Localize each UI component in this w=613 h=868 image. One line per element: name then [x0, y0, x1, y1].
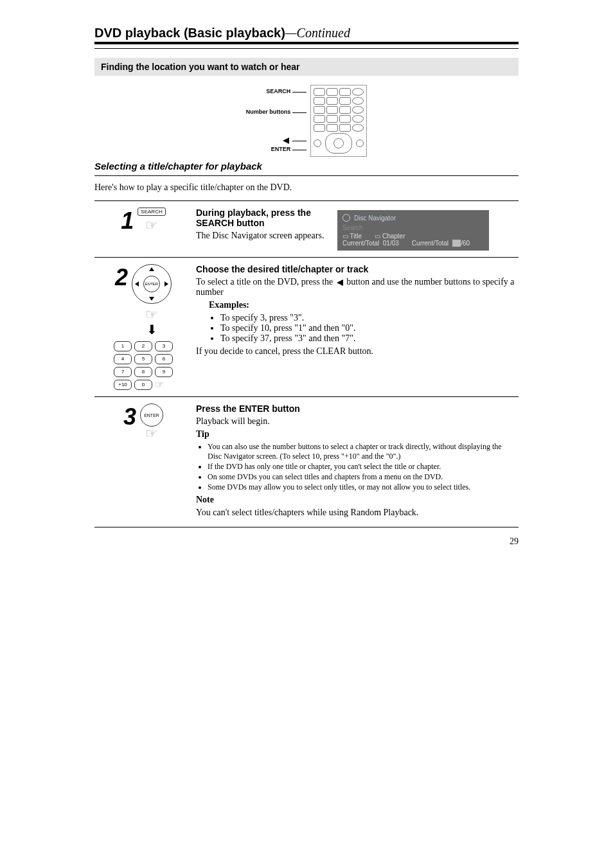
heading-rule-thick	[94, 42, 519, 44]
screen-search-label: Search	[342, 224, 484, 231]
leader-line	[292, 112, 306, 113]
numpad-icon: 1 2 3 4 5 6 7 8 9 +10 0 ☞	[114, 341, 173, 390]
remote-button-grid	[314, 88, 364, 132]
remote-nav-row	[314, 133, 364, 154]
tip-list: You can also use the number buttons to s…	[196, 442, 515, 492]
leader-line	[292, 150, 306, 150]
tip-item: On some DVDs you can select titles and c…	[208, 472, 515, 482]
step-2-heading: Choose the desired title/chapter or trac…	[196, 264, 515, 274]
example-item: To specify 37, press "3" and then "7".	[220, 333, 515, 344]
step-1-icon-col: 1 SEARCH ☞	[94, 201, 192, 257]
hand-icon: ☞	[145, 427, 158, 441]
numpad-key: 6	[155, 354, 173, 364]
remote-diagram-labels: SEARCH Number buttons ENTER	[246, 87, 307, 154]
screen-chapter-label: Chapter	[382, 233, 405, 240]
step-3-body: Press the ENTER button Playback will beg…	[192, 397, 519, 527]
examples-heading: Examples:	[209, 300, 515, 310]
step-1-heading: During playback, press the SEARCH button	[196, 208, 324, 228]
step-number: 1	[121, 208, 134, 235]
numpad-key: 2	[134, 341, 152, 351]
step-2: 2 ENTER ☞ ⬇ 1 2 3 4 5 6 7 8 9	[94, 258, 519, 397]
enter-core-icon: ENTER	[143, 276, 160, 292]
step-3-heading: Press the ENTER button	[196, 403, 515, 414]
leader-line	[292, 92, 306, 93]
section-subhead: Finding the location you want to watch o…	[94, 58, 519, 76]
numpad-key: 5	[134, 354, 152, 364]
disc-navigator-screen: Disc Navigator Search ▭ Title ▭ Chapter …	[337, 210, 489, 251]
numpad-key: 9	[155, 367, 173, 377]
step-2-cancel-text: If you decide to cancel, press the CLEAR…	[196, 346, 515, 357]
page-number: 29	[94, 536, 519, 547]
numpad-key: 8	[134, 367, 152, 377]
step-1-text: The Disc Navigator screen appears.	[196, 231, 324, 241]
remote-diagram: SEARCH Number buttons ENTER	[94, 85, 519, 157]
step-2-text: To select a title on the DVD, press the …	[196, 277, 515, 297]
diagram-label-number-buttons: Number buttons	[246, 109, 291, 116]
subsection-title: Selecting a title/chapter for playback	[94, 161, 519, 172]
note-heading: Note	[196, 495, 515, 505]
hand-icon: ☞	[145, 308, 158, 322]
numpad-key: 4	[114, 354, 132, 364]
left-arrow-icon	[337, 279, 343, 286]
dpad-icon: ENTER	[132, 264, 172, 304]
heading-rule-thin	[94, 48, 519, 49]
leader-line	[292, 141, 306, 141]
tip-item: You can also use the number buttons to s…	[208, 442, 515, 461]
page-title-main: DVD playback (Basic playback)	[94, 26, 285, 40]
left-arrow-icon	[283, 137, 289, 144]
numpad-key: 0	[134, 380, 152, 390]
screen-ct-a: Current/Total	[342, 240, 379, 247]
numpad-key: 1	[114, 341, 132, 351]
step-3: 3 ENTER ☞ Press the ENTER button Playbac…	[94, 397, 519, 527]
step-3-icon-col: 3 ENTER ☞	[94, 397, 192, 527]
screen-title-label: Title	[350, 233, 362, 240]
hand-icon: ☞	[145, 218, 158, 233]
example-item: To specify 3, press "3".	[220, 313, 515, 323]
page-title-continued: —Continued	[285, 26, 350, 40]
down-arrow-icon: ⬇	[147, 322, 157, 337]
step-2-body: Choose the desired title/chapter or trac…	[192, 258, 519, 396]
numpad-key: +10	[114, 380, 132, 390]
step-1: 1 SEARCH ☞ During playback, press the SE…	[94, 201, 519, 258]
numpad-key: 3	[155, 341, 173, 351]
screen-title-value: 01/03	[383, 240, 399, 247]
step-number: 3	[123, 403, 136, 430]
tip-item: If the DVD has only one title or chapter…	[208, 462, 515, 472]
page-title: DVD playback (Basic playback)—Continued	[94, 26, 519, 40]
enter-button-icon: ENTER	[140, 403, 163, 427]
search-button-icon: SEARCH	[138, 208, 165, 216]
screen-chapter-value-suffix: /60	[461, 240, 470, 247]
tip-item: Some DVDs may allow you to select only t…	[208, 483, 515, 492]
step-1-body: During playback, press the SEARCH button…	[192, 201, 519, 257]
step-number: 2	[115, 264, 128, 291]
diagram-label-enter: ENTER	[271, 146, 291, 153]
subsection-rule	[94, 175, 519, 176]
example-item: To specify 10, press "1" and then "0".	[220, 323, 515, 333]
hand-icon: ☞	[155, 380, 173, 390]
examples-list: To specify 3, press "3". To specify 10, …	[209, 313, 515, 344]
step-3-text: Playback will begin.	[196, 416, 515, 427]
numpad-key: 7	[114, 367, 132, 377]
screen-title: Disc Navigator	[354, 215, 396, 222]
remote-illustration	[310, 85, 367, 157]
step-list: 1 SEARCH ☞ During playback, press the SE…	[94, 200, 519, 527]
step-2-icon-col: 2 ENTER ☞ ⬇ 1 2 3 4 5 6 7 8 9	[94, 258, 192, 396]
screen-ct-b: Current/Total	[412, 240, 449, 247]
intro-text: Here's how to play a specific title/chap…	[94, 182, 519, 193]
tip-heading: Tip	[196, 429, 515, 439]
diagram-label-search: SEARCH	[266, 89, 290, 95]
disc-icon	[342, 214, 350, 222]
note-text: You can't select titles/chapters while u…	[196, 508, 515, 518]
